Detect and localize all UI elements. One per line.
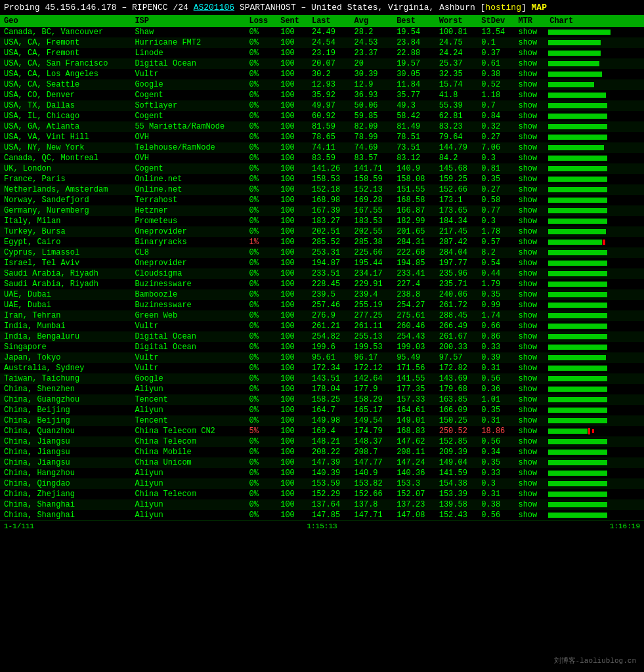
show-link[interactable]: show: [518, 28, 537, 37]
show-link[interactable]: show: [518, 311, 537, 320]
show-link[interactable]: show: [518, 154, 537, 163]
show-link[interactable]: show: [518, 185, 537, 194]
mtr-cell[interactable]: show: [514, 184, 546, 195]
show-link[interactable]: show: [518, 91, 537, 100]
show-link[interactable]: show: [518, 290, 537, 299]
show-link[interactable]: show: [518, 259, 537, 268]
mtr-cell[interactable]: show: [514, 310, 546, 321]
show-link[interactable]: show: [518, 332, 537, 341]
mtr-cell[interactable]: show: [514, 90, 546, 100]
mtr-cell[interactable]: show: [514, 468, 546, 478]
mtr-cell[interactable]: show: [514, 69, 546, 79]
mtr-cell[interactable]: show: [514, 447, 546, 457]
mtr-cell[interactable]: show: [514, 132, 546, 142]
show-link[interactable]: show: [518, 479, 537, 488]
mtr-cell[interactable]: show: [514, 58, 546, 69]
show-link[interactable]: show: [518, 364, 537, 373]
mtr-cell[interactable]: show: [514, 363, 546, 373]
mtr-cell[interactable]: show: [514, 216, 546, 226]
mtr-cell[interactable]: show: [514, 300, 546, 310]
mtr-cell[interactable]: show: [514, 79, 546, 90]
show-link[interactable]: show: [518, 206, 537, 215]
mtr-cell[interactable]: show: [514, 331, 546, 342]
show-link[interactable]: show: [518, 469, 537, 478]
mtr-cell[interactable]: show: [514, 121, 546, 132]
mtr-cell[interactable]: show: [514, 48, 546, 58]
mtr-cell[interactable]: show: [514, 415, 546, 426]
mtr-cell[interactable]: show: [514, 405, 546, 415]
show-link[interactable]: show: [518, 385, 537, 394]
show-link[interactable]: show: [518, 511, 537, 520]
show-link[interactable]: show: [518, 416, 537, 425]
mtr-cell[interactable]: show: [514, 195, 546, 205]
mtr-cell[interactable]: show: [514, 342, 546, 352]
show-link[interactable]: show: [518, 427, 537, 436]
mtr-cell[interactable]: show: [514, 384, 546, 394]
map-link[interactable]: MAP: [532, 3, 547, 12]
show-link[interactable]: show: [518, 500, 537, 509]
show-link[interactable]: show: [518, 353, 537, 362]
show-link[interactable]: show: [518, 122, 537, 131]
show-link[interactable]: show: [518, 80, 537, 89]
show-link[interactable]: show: [518, 217, 537, 226]
mtr-cell[interactable]: show: [514, 27, 546, 37]
mtr-cell[interactable]: show: [514, 279, 546, 289]
asn-link[interactable]: AS201106: [194, 3, 234, 12]
mtr-cell[interactable]: show: [514, 226, 546, 237]
mtr-cell[interactable]: show: [514, 394, 546, 405]
mtr-cell[interactable]: show: [514, 247, 546, 258]
show-link[interactable]: show: [518, 280, 537, 289]
show-link[interactable]: show: [518, 406, 537, 415]
mtr-cell[interactable]: show: [514, 237, 546, 247]
mtr-cell[interactable]: show: [514, 321, 546, 331]
show-link[interactable]: show: [518, 196, 537, 205]
mtr-cell[interactable]: show: [514, 489, 546, 499]
show-link[interactable]: show: [518, 133, 537, 142]
mtr-cell[interactable]: show: [514, 289, 546, 300]
show-link[interactable]: show: [518, 238, 537, 247]
show-link[interactable]: show: [518, 70, 537, 79]
chart-cell: [546, 163, 644, 174]
show-link[interactable]: show: [518, 322, 537, 331]
mtr-cell[interactable]: show: [514, 142, 546, 153]
mtr-cell[interactable]: show: [514, 174, 546, 184]
show-link[interactable]: show: [518, 164, 537, 173]
show-link[interactable]: show: [518, 143, 537, 152]
isp-cell: Vultr: [131, 363, 245, 373]
show-link[interactable]: show: [518, 395, 537, 404]
mtr-cell[interactable]: show: [514, 100, 546, 111]
best-cell: 260.46: [393, 321, 435, 331]
mtr-cell[interactable]: show: [514, 478, 546, 489]
show-link[interactable]: show: [518, 112, 537, 121]
show-link[interactable]: show: [518, 38, 537, 47]
show-link[interactable]: show: [518, 343, 537, 352]
mtr-cell[interactable]: show: [514, 153, 546, 163]
show-link[interactable]: show: [518, 248, 537, 257]
mtr-cell[interactable]: show: [514, 426, 546, 436]
mtr-cell[interactable]: show: [514, 205, 546, 216]
mtr-cell[interactable]: show: [514, 352, 546, 363]
mtr-cell[interactable]: show: [514, 436, 546, 447]
show-link[interactable]: show: [518, 301, 537, 310]
mtr-cell[interactable]: show: [514, 499, 546, 510]
show-link[interactable]: show: [518, 49, 537, 58]
show-link[interactable]: show: [518, 437, 537, 446]
mtr-cell[interactable]: show: [514, 268, 546, 279]
mtr-cell[interactable]: show: [514, 510, 546, 520]
show-link[interactable]: show: [518, 101, 537, 110]
show-link[interactable]: show: [518, 175, 537, 184]
mtr-cell[interactable]: show: [514, 258, 546, 268]
mtr-cell[interactable]: show: [514, 111, 546, 121]
show-link[interactable]: show: [518, 374, 537, 383]
show-link[interactable]: show: [518, 59, 537, 68]
show-link[interactable]: show: [518, 458, 537, 467]
mtr-cell[interactable]: show: [514, 37, 546, 48]
show-link[interactable]: show: [518, 490, 537, 499]
mtr-cell[interactable]: show: [514, 373, 546, 384]
chart-cell: [546, 447, 644, 457]
show-link[interactable]: show: [518, 269, 537, 278]
mtr-cell[interactable]: show: [514, 163, 546, 174]
show-link[interactable]: show: [518, 448, 537, 457]
mtr-cell[interactable]: show: [514, 457, 546, 468]
show-link[interactable]: show: [518, 227, 537, 236]
